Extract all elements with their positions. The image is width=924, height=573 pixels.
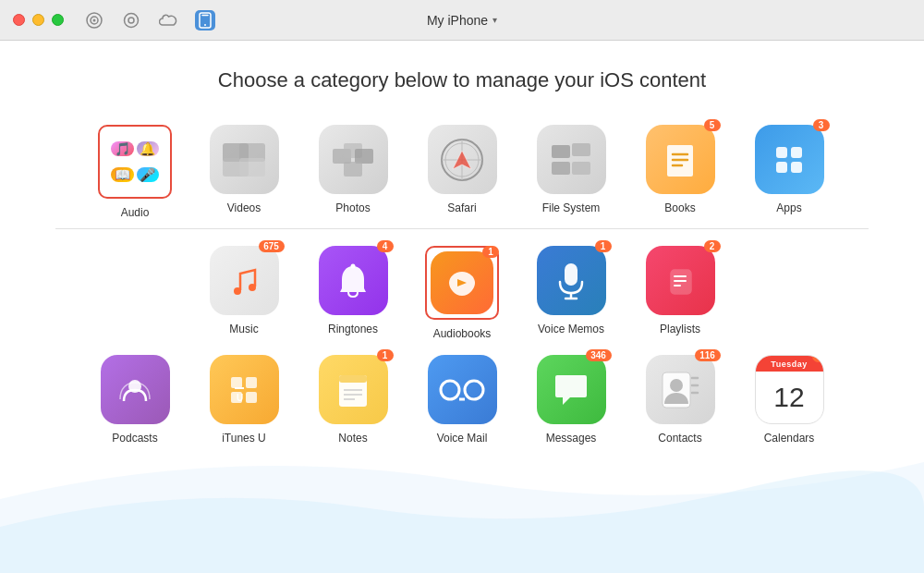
category-videos[interactable]: Videos <box>202 125 286 214</box>
category-notes[interactable]: 1 Notes <box>311 355 395 445</box>
music-toolbar-icon[interactable] <box>84 10 104 30</box>
phone-toolbar-icon[interactable] <box>195 10 215 30</box>
category-safari[interactable]: Safari <box>420 125 504 214</box>
itunes-label: iTunes U <box>222 432 266 445</box>
cloud-toolbar-icon[interactable] <box>158 10 178 30</box>
svg-rect-15 <box>344 162 362 177</box>
svg-rect-25 <box>572 162 590 175</box>
notes-badge: 1 <box>377 349 394 361</box>
filesystem-label: File System <box>542 201 601 214</box>
category-books[interactable]: 5 Books <box>638 125 722 214</box>
settings-toolbar-icon[interactable] <box>121 10 141 30</box>
ringtones-badge: 4 <box>377 240 394 252</box>
music-badge: 675 <box>259 240 285 252</box>
safari-label: Safari <box>447 201 476 214</box>
books-icon: 5 <box>646 125 715 194</box>
svg-point-4 <box>128 18 134 23</box>
books-badge: 5 <box>704 119 721 131</box>
apps-icon: 3 <box>755 125 824 194</box>
svg-rect-28 <box>776 162 787 173</box>
audiobooks-label: Audiobooks <box>433 327 492 340</box>
category-filesystem[interactable]: File System <box>529 125 613 214</box>
filesystem-icon <box>537 125 606 194</box>
itunes-icon: U <box>210 355 279 424</box>
audio-icon: 🎵 🔔 📖 🎤 <box>103 130 166 193</box>
calendars-icon: 8 Tuesday 12 <box>755 355 824 424</box>
category-apps[interactable]: 3 Apps <box>748 125 831 214</box>
traffic-lights <box>0 14 64 26</box>
category-row-2: 675 Music 4 <box>55 246 869 340</box>
category-photos[interactable]: Photos <box>311 125 395 214</box>
svg-point-31 <box>249 284 256 291</box>
music-icon: 675 <box>210 246 279 315</box>
svg-rect-47 <box>339 375 367 383</box>
maximize-button[interactable] <box>52 14 64 26</box>
minimize-button[interactable] <box>32 14 44 26</box>
svg-rect-41 <box>231 377 242 388</box>
svg-point-6 <box>204 24 206 26</box>
svg-rect-44 <box>246 392 257 403</box>
svg-text:U: U <box>237 393 243 403</box>
svg-rect-29 <box>791 162 802 173</box>
messages-icon: 346 <box>537 355 606 424</box>
audiobooks-selected-wrapper: 1 <box>425 246 499 320</box>
books-label: Books <box>664 201 695 214</box>
svg-point-55 <box>670 379 683 392</box>
videos-icon <box>210 125 279 194</box>
messages-badge: 346 <box>586 349 612 361</box>
podcasts-label: Podcasts <box>112 432 157 445</box>
svg-rect-23 <box>572 143 590 156</box>
contacts-badge: 116 <box>695 349 721 361</box>
category-calendars[interactable]: 8 Tuesday 12 Calendars <box>748 355 831 445</box>
category-voicememos[interactable]: 1 Voice Memos <box>529 246 613 335</box>
audiobooks-badge: 1 <box>482 246 499 258</box>
content-area: Choose a category below to manage your i… <box>0 41 924 472</box>
messages-label: Messages <box>546 432 597 445</box>
category-itunes[interactable]: U iTunes U <box>202 355 286 445</box>
svg-point-30 <box>234 287 241 295</box>
audio-sub-music: 🎵 <box>111 141 134 156</box>
ringtones-icon: 4 <box>319 246 388 315</box>
apps-label: Apps <box>776 201 801 214</box>
photos-icon <box>319 125 388 194</box>
audio-label: Audio <box>121 206 150 219</box>
svg-point-51 <box>441 381 459 399</box>
page-title: Choose a category below to manage your i… <box>55 68 869 92</box>
category-podcasts[interactable]: Podcasts <box>93 355 176 445</box>
titlebar: My iPhone ▾ <box>0 0 924 41</box>
podcasts-icon <box>101 355 170 424</box>
toolbar-icons <box>84 10 215 30</box>
svg-rect-11 <box>239 158 265 177</box>
safari-icon <box>428 125 497 194</box>
category-playlists[interactable]: 2 Playlists <box>638 246 722 335</box>
svg-rect-24 <box>552 162 570 175</box>
audio-sub-mic: 🎤 <box>137 167 160 182</box>
category-ringtones[interactable]: 4 Ringtones <box>311 246 395 335</box>
audio-selected-wrapper: 🎵 🔔 📖 🎤 <box>98 125 172 199</box>
titlebar-device-name[interactable]: My iPhone ▾ <box>427 13 497 28</box>
category-audio[interactable]: 🎵 🔔 📖 🎤 Audio <box>93 125 176 219</box>
svg-point-2 <box>93 18 96 21</box>
audio-sub-bell: 🔔 <box>137 141 160 156</box>
category-row-1: 🎵 🔔 📖 🎤 Audio <box>55 125 869 219</box>
category-voicemail[interactable]: Voice Mail <box>420 355 504 445</box>
voicemail-icon <box>428 355 497 424</box>
device-chevron: ▾ <box>492 15 497 25</box>
contacts-icon: 116 <box>646 355 715 424</box>
svg-rect-22 <box>552 145 570 158</box>
category-music[interactable]: 675 Music <box>202 246 286 335</box>
notes-label: Notes <box>338 432 367 445</box>
voicemail-label: Voice Mail <box>437 432 488 445</box>
photos-label: Photos <box>335 201 370 214</box>
svg-rect-42 <box>246 377 257 388</box>
category-contacts[interactable]: 116 Contacts <box>638 355 722 445</box>
category-audiobooks[interactable]: 1 Audiobooks <box>420 246 504 340</box>
playlists-badge: 2 <box>704 240 721 252</box>
apps-badge: 3 <box>813 119 830 131</box>
calendar-day-number: 12 <box>773 372 804 423</box>
music-label: Music <box>229 323 258 335</box>
svg-point-52 <box>465 381 483 399</box>
close-button[interactable] <box>13 14 25 26</box>
ringtones-label: Ringtones <box>328 323 378 335</box>
category-messages[interactable]: 346 Messages <box>529 355 613 445</box>
